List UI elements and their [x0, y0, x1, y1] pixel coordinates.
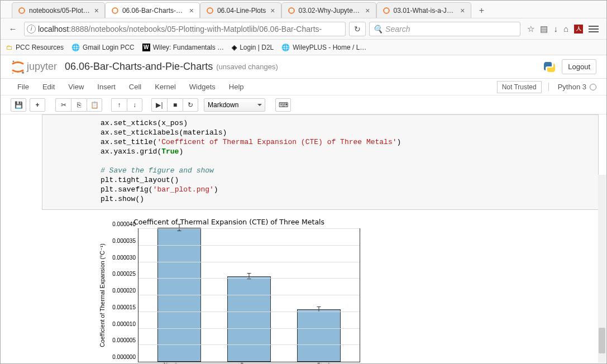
new-tab-button[interactable]: + [475, 3, 489, 18]
url-text: localhost:8888/notebooks/notebooks/05-Pl… [38, 25, 343, 33]
tab-title: notebooks/05-Plot… [29, 7, 90, 15]
copy-button[interactable]: ⎘ [71, 98, 87, 112]
bookmark-item[interactable]: 🗀PCC Resources [6, 44, 64, 51]
jupyter-logo[interactable]: jupyter [11, 59, 57, 75]
svg-point-0 [19, 8, 25, 13]
menu-icon[interactable] [589, 26, 599, 32]
chart-ylabel: Coefficient of Thermal Expansion (°C⁻¹) [98, 228, 107, 362]
svg-point-3 [289, 8, 294, 13]
command-palette-button[interactable]: ⌨ [275, 98, 291, 112]
svg-point-6 [22, 71, 24, 74]
stop-button[interactable]: ■ [167, 98, 183, 112]
bookmark-item[interactable]: ◈Login | D2L [232, 44, 274, 51]
site-info-icon[interactable]: i [27, 25, 36, 33]
run-button[interactable]: ▶| [151, 98, 167, 112]
svg-point-1 [112, 8, 118, 13]
browser-tab[interactable]: 03.01-What-is-a-Ju… × [376, 2, 471, 18]
jupyter-icon [288, 7, 295, 15]
wiley-icon: W [142, 44, 150, 51]
chart-output: Coefficent of Thermal Expansion (CTE) of… [98, 218, 360, 363]
tab-close-icon[interactable]: × [364, 6, 371, 15]
notebook-title[interactable]: 06.06-Bar-Charts-and-Pie-Charts [65, 61, 213, 73]
jupyter-icon [111, 7, 119, 15]
chart-yticks: 0.0000000.0000050.0000100.0000150.000020… [107, 228, 138, 362]
jupyter-menu-bar: File Edit View Insert Cell Kernel Widget… [1, 79, 606, 95]
kernel-indicator[interactable]: Python 3 [548, 83, 596, 91]
svg-point-2 [207, 8, 213, 13]
chart-xticks: AluminumCopperSteel [98, 362, 360, 363]
search-placeholder: Search [385, 25, 410, 33]
jupyter-icon [383, 7, 390, 15]
cut-button[interactable]: ✂ [55, 98, 71, 112]
d2l-icon: ◈ [232, 44, 237, 51]
code-cell[interactable]: ax.set_xticks(x_pos) ax.set_xticklabels(… [42, 114, 599, 210]
browser-tab[interactable]: notebooks/05-Plot… × [12, 2, 105, 18]
menu-widgets[interactable]: Widgets [183, 83, 222, 91]
search-icon: 🔍 [373, 25, 383, 33]
vertical-scrollbar[interactable] [598, 175, 606, 363]
library-icon[interactable]: ▤ [540, 24, 548, 34]
search-box[interactable]: 🔍 Search [369, 22, 520, 36]
menu-kernel[interactable]: Kernel [148, 83, 183, 91]
svg-point-7 [12, 73, 13, 74]
svg-point-5 [13, 60, 15, 62]
bookmark-star-icon[interactable]: ☆ [527, 24, 534, 34]
restart-button[interactable]: ↻ [183, 98, 198, 112]
tab-close-icon[interactable]: × [269, 6, 276, 15]
svg-point-4 [384, 8, 389, 13]
downloads-icon[interactable]: ↓ [553, 24, 558, 33]
bookmarks-bar: 🗀PCC Resources 🌐Gmail Login PCC WWiley: … [1, 40, 606, 55]
browser-tab[interactable]: 03.02-Why-Jupyter… × [281, 2, 376, 18]
trust-indicator[interactable]: Not Trusted [497, 81, 542, 93]
chart-title: Coefficent of Thermal Expansion (CTE) of… [98, 218, 360, 226]
chart-plot-area [138, 228, 360, 362]
jupyter-icon [18, 7, 26, 15]
browser-tab[interactable]: 06.06-Bar-Charts-a… × [105, 2, 200, 18]
jupyter-icon [206, 7, 214, 15]
address-bar[interactable]: i localhost:8888/notebooks/notebooks/05-… [24, 22, 346, 36]
add-cell-button[interactable]: + [30, 98, 45, 112]
tab-close-icon[interactable]: × [93, 6, 100, 15]
menu-cell[interactable]: Cell [122, 83, 148, 91]
logout-button[interactable]: Logout [562, 59, 596, 74]
jupyter-logo-icon [11, 59, 25, 75]
folder-icon: 🗀 [6, 44, 13, 51]
kernel-status-icon [590, 84, 596, 90]
menu-file[interactable]: File [11, 83, 36, 91]
tab-title: 03.02-Why-Jupyter… [299, 7, 361, 15]
jupyter-logo-text: jupyter [27, 61, 57, 73]
globe-icon: 🌐 [281, 44, 290, 51]
bookmark-item[interactable]: 🌐WileyPLUS - Home / L… [281, 44, 366, 51]
save-button[interactable]: 💾 [11, 98, 26, 112]
menu-help[interactable]: Help [222, 83, 251, 91]
cell-type-selector[interactable]: Markdown [204, 98, 265, 112]
bookmark-item[interactable]: WWiley: Fundamentals … [142, 44, 224, 51]
tab-close-icon[interactable]: × [459, 6, 466, 15]
tab-close-icon[interactable]: × [188, 6, 195, 15]
browser-nav-bar: ← i localhost:8888/notebooks/notebooks/0… [1, 18, 606, 40]
tab-title: 03.01-What-is-a-Ju… [394, 7, 456, 15]
menu-edit[interactable]: Edit [36, 83, 61, 91]
home-icon[interactable]: ⌂ [563, 24, 568, 33]
pdf-icon[interactable]: 人 [574, 25, 583, 33]
browser-tab[interactable]: 06.04-Line-Plots × [200, 2, 281, 18]
globe-icon: 🌐 [71, 44, 80, 51]
tab-title: 06.06-Bar-Charts-a… [122, 7, 185, 15]
notebook-status: (unsaved changes) [216, 63, 278, 71]
menu-insert[interactable]: Insert [90, 83, 122, 91]
menu-view[interactable]: View [61, 83, 90, 91]
move-down-button[interactable]: ↓ [127, 98, 142, 112]
reload-button[interactable]: ↻ [349, 22, 366, 36]
jupyter-header: jupyter 06.06-Bar-Charts-and-Pie-Charts … [1, 55, 606, 79]
bookmark-item[interactable]: 🌐Gmail Login PCC [71, 44, 135, 51]
paste-button[interactable]: 📋 [87, 98, 102, 112]
jupyter-toolbar: 💾 + ✂ ⎘ 📋 ↑ ↓ ▶| ■ ↻ Markdown ⌨ [1, 95, 606, 114]
tab-title: 06.04-Line-Plots [217, 7, 266, 15]
scroll-thumb[interactable] [599, 328, 605, 353]
move-up-button[interactable]: ↑ [111, 98, 127, 112]
back-button[interactable]: ← [5, 22, 21, 36]
browser-tab-strip: — ☐ ✕ notebooks/05-Plot… × 06.06-Bar-Cha… [1, 1, 606, 18]
python-icon [543, 60, 556, 74]
